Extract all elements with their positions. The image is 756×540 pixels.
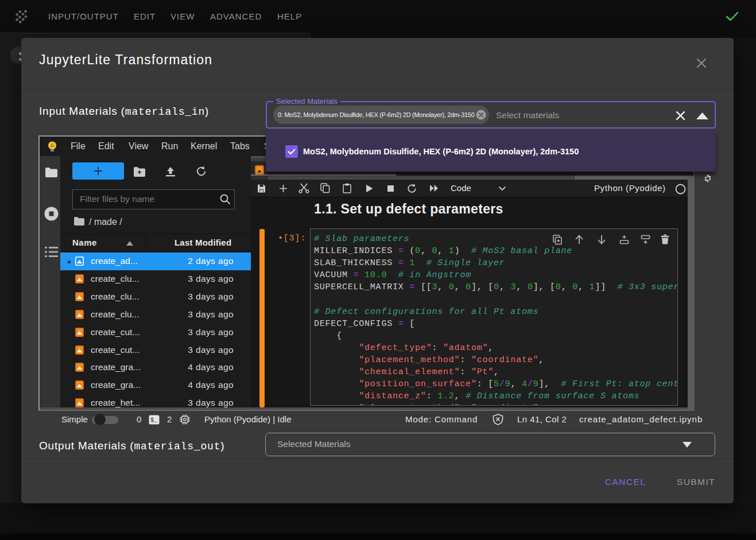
svg-text:$_: $_ [150,417,158,424]
